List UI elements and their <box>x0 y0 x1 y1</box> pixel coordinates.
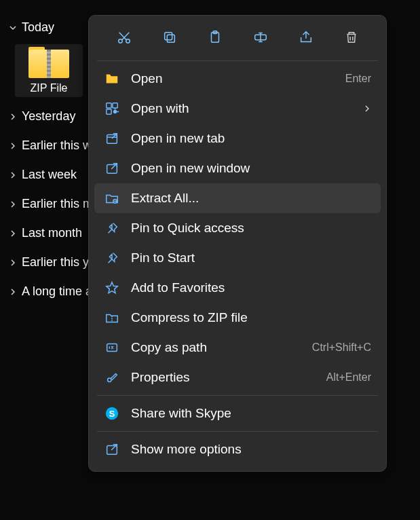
menu-label: Open <box>131 71 335 86</box>
menu-label: Open with <box>131 101 352 116</box>
zip-icon <box>104 310 120 326</box>
menu-shortcut: Alt+Enter <box>326 371 371 384</box>
separator <box>97 431 378 432</box>
menu-open-with[interactable]: Open with <box>94 94 381 124</box>
menu-label: Share with Skype <box>131 406 371 421</box>
menu-pin-start[interactable]: Pin to Start <box>94 243 381 273</box>
section-label: Yesterday <box>22 109 75 124</box>
separator <box>97 60 378 61</box>
svg-point-0 <box>118 39 122 43</box>
menu-label: Add to Favorites <box>131 280 371 295</box>
menu-label: Compress to ZIP file <box>131 310 371 325</box>
menu-share-skype[interactable]: S Share with Skype <box>94 398 381 428</box>
menu-shortcut: Enter <box>345 73 371 85</box>
chevron-right-icon <box>8 112 18 122</box>
svg-rect-7 <box>107 75 111 76</box>
menu-add-favorites[interactable]: Add to Favorites <box>94 273 381 303</box>
pin-start-icon <box>104 250 120 266</box>
menu-extract-all[interactable]: Extract All... <box>94 183 381 213</box>
menu-label: Show more options <box>131 442 371 457</box>
pin-icon <box>104 220 120 236</box>
section-label: Last week <box>22 168 77 182</box>
chevron-right-icon <box>8 170 18 180</box>
rename-button[interactable] <box>250 26 271 48</box>
svg-point-11 <box>113 110 117 114</box>
cut-button[interactable] <box>113 26 135 48</box>
folder-open-icon <box>104 71 120 87</box>
file-label: ZIP File <box>31 82 68 94</box>
chevron-right-icon <box>363 105 371 113</box>
svg-point-1 <box>126 39 130 43</box>
new-tab-icon <box>104 130 120 147</box>
extract-icon <box>104 190 120 206</box>
chevron-right-icon <box>8 200 18 209</box>
file-item-zip[interactable]: ZIP File <box>15 44 83 97</box>
chevron-right-icon <box>8 229 18 238</box>
menu-properties[interactable]: Properties Alt+Enter <box>94 363 381 392</box>
svg-rect-3 <box>164 33 172 40</box>
paste-button[interactable] <box>204 26 226 48</box>
separator <box>97 395 378 396</box>
section-label: Last month <box>22 226 82 240</box>
chevron-right-icon <box>8 287 18 297</box>
menu-compress-zip[interactable]: Compress to ZIP file <box>94 303 381 333</box>
menu-label: Properties <box>131 370 316 385</box>
new-window-icon <box>104 160 120 177</box>
star-icon <box>104 280 120 296</box>
svg-rect-2 <box>167 35 174 42</box>
menu-label: Copy as path <box>131 340 301 355</box>
copy-path-icon <box>104 339 120 356</box>
open-with-icon <box>104 100 120 117</box>
menu-label: Open in new window <box>131 161 371 176</box>
svg-rect-9 <box>113 103 117 108</box>
menu-open-new-tab[interactable]: Open in new tab <box>94 124 381 153</box>
menu-pin-quick-access[interactable]: Pin to Quick access <box>94 213 381 243</box>
zip-folder-icon <box>28 47 69 78</box>
properties-icon <box>104 369 120 386</box>
menu-open-new-window[interactable]: Open in new window <box>94 153 381 183</box>
chevron-right-icon <box>8 258 18 267</box>
copy-button[interactable] <box>159 26 180 48</box>
chevron-right-icon <box>8 141 18 151</box>
context-menu: Open Enter Open with Open in new tab Ope… <box>88 15 387 472</box>
menu-show-more[interactable]: Show more options <box>94 434 381 464</box>
menu-label: Open in new tab <box>131 131 371 146</box>
menu-copy-path[interactable]: Copy as path Ctrl+Shift+C <box>94 333 381 363</box>
section-label: Today <box>22 20 54 35</box>
chevron-down-icon <box>8 23 18 33</box>
context-menu-toolbar <box>94 22 381 58</box>
delete-button[interactable] <box>341 26 362 48</box>
more-options-icon <box>104 441 120 458</box>
menu-open[interactable]: Open Enter <box>94 64 381 94</box>
svg-rect-12 <box>107 135 117 144</box>
share-button[interactable] <box>295 26 317 48</box>
svg-rect-10 <box>107 109 111 114</box>
svg-text:S: S <box>109 409 115 419</box>
svg-rect-8 <box>107 103 111 108</box>
menu-label: Pin to Quick access <box>131 221 371 236</box>
menu-label: Pin to Start <box>131 250 371 265</box>
skype-icon: S <box>104 405 120 422</box>
menu-label: Extract All... <box>131 191 371 206</box>
menu-shortcut: Ctrl+Shift+C <box>312 341 371 354</box>
